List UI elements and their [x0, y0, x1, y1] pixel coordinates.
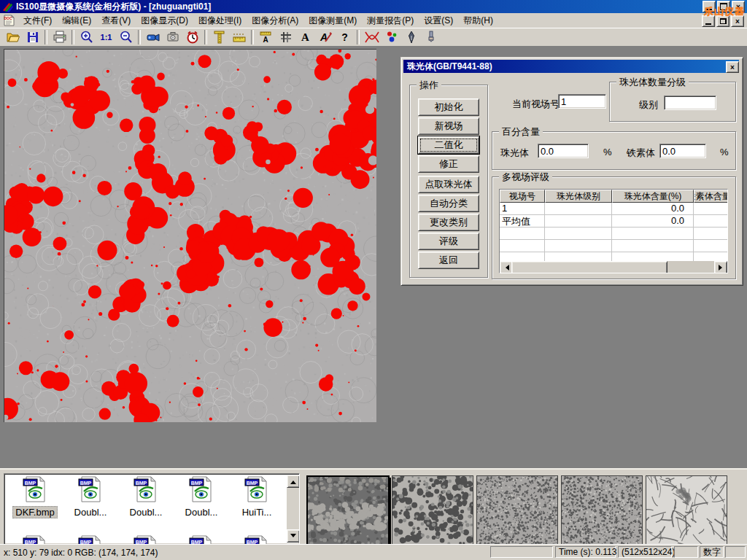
current-field-input[interactable] [558, 94, 606, 109]
vendor-watermark: 乐山仪器 [704, 5, 745, 18]
scroll-down-arrow-icon[interactable] [287, 529, 300, 542]
toolbar-separator [357, 30, 360, 44]
sample-thumbnail-3[interactable] [476, 475, 558, 545]
zoom-in-icon[interactable] [77, 29, 96, 46]
file-item[interactable]: BMP Doubl... [175, 476, 228, 518]
dialog-title-bar[interactable]: 珠光体(GB/T9441-88) [403, 60, 739, 73]
pearlite-label: 珠光体 [500, 147, 529, 160]
scrollbar-thumb[interactable] [511, 261, 667, 273]
pearlite-percent-sign: % [603, 147, 612, 158]
pearlite-input[interactable] [538, 144, 589, 158]
table-horizontal-scrollbar[interactable] [500, 261, 727, 273]
file-item[interactable]: BMP DKF.bmp [9, 476, 61, 518]
btn-return[interactable]: 返回 [418, 252, 479, 269]
menu-item-image-analysis[interactable]: 图像分析(A) [247, 13, 303, 28]
svg-text:BMP: BMP [191, 481, 203, 486]
scroll-up-arrow-icon[interactable] [287, 475, 300, 488]
menu-item-image-display[interactable]: 图像显示(D) [136, 13, 193, 28]
status-mode: 数字 [700, 546, 724, 558]
multifield-group-label: 多视场评级 [499, 171, 552, 184]
svg-text:BMP: BMP [247, 481, 258, 486]
menu-item-image-process[interactable]: 图像处理(I) [193, 13, 247, 28]
save-icon[interactable] [23, 29, 42, 46]
file-name[interactable]: Doubl... [72, 507, 109, 518]
bmp-file-icon: BMP [244, 476, 269, 502]
sample-thumbnail-5[interactable] [646, 475, 727, 545]
table-row[interactable]: 平均值 0.0 [500, 215, 727, 228]
metallographic-image[interactable] [4, 49, 376, 422]
phase-dots-icon[interactable] [382, 29, 401, 46]
percent-group: 百分含量 珠光体 % 铁素体 % [492, 131, 736, 170]
text-edit-icon[interactable]: A [315, 29, 335, 46]
camera-capture-icon[interactable] [163, 29, 182, 46]
pen-tool-icon[interactable] [401, 29, 421, 46]
sample-thumbnail-4[interactable] [561, 475, 643, 545]
file-name[interactable]: HuiTi... [240, 507, 274, 518]
menu-bar: DOC 文件(F) 编辑(E) 查看(V) 图像显示(D) 图像处理(I) 图像… [0, 13, 747, 28]
video-capture-icon[interactable] [143, 29, 163, 46]
measure-text-icon[interactable]: A [256, 29, 276, 46]
svg-text:BMP: BMP [25, 481, 36, 486]
btn-auto-classify[interactable]: 自动分类 [418, 195, 479, 212]
application-window: IS100显微摄像系统(金相分析版) - [zhuguangti01] × 乐山… [0, 0, 747, 560]
toolbar: 1:1 A A A ? [0, 28, 747, 47]
toolbar-separator [138, 30, 141, 44]
print-icon[interactable] [50, 29, 69, 46]
status-segment-empty [490, 546, 553, 558]
cursor-coordinates: x: 510 y: 79 idx: 0 RGB: (174, 174, 174) [4, 548, 158, 558]
file-item[interactable]: BMP Doubl... [120, 476, 172, 518]
btn-correct[interactable]: 修正 [418, 155, 479, 173]
sample-thumbnail-2[interactable] [392, 475, 473, 545]
btn-binarize[interactable]: 二值化 [418, 136, 479, 154]
menu-item-help[interactable]: 帮助(H) [458, 13, 498, 28]
caliper-vertical-icon[interactable] [209, 29, 229, 46]
table-row[interactable]: 1 0.0 [500, 203, 727, 215]
operations-group-label: 操作 [417, 79, 441, 92]
file-name[interactable]: Doubl... [183, 507, 220, 518]
btn-change-class[interactable]: 更改类别 [418, 214, 479, 231]
open-file-icon[interactable] [3, 29, 23, 46]
menu-item-file[interactable]: 文件(F) [18, 13, 57, 28]
bmp-file-icon: BMP [78, 476, 103, 502]
col-pearlite-pct: 珠光体含量(%) [612, 190, 694, 203]
svg-text:BMP: BMP [80, 481, 92, 486]
timer-icon[interactable] [182, 29, 202, 46]
file-name[interactable]: Doubl... [128, 507, 165, 518]
file-list-scrollbar[interactable] [287, 475, 298, 542]
grading-group-label: 珠光体数量分级 [616, 76, 689, 89]
menu-item-edit[interactable]: 编辑(E) [57, 13, 96, 28]
title-bar: IS100显微摄像系统(金相分析版) - [zhuguangti01] × [0, 0, 747, 13]
document-icon[interactable]: DOC [3, 15, 15, 26]
btn-grade[interactable]: 评级 [418, 233, 479, 250]
file-item[interactable]: BMP Doubl... [64, 476, 117, 518]
menu-item-measure-report[interactable]: 测量报告(P) [362, 13, 419, 28]
toolbar-separator [251, 30, 254, 44]
col-pearlite-level: 珠光体级别 [545, 190, 612, 203]
curve-tool-icon[interactable] [362, 29, 382, 46]
file-item[interactable]: BMP HuiTi... [231, 476, 283, 518]
zoom-out-icon[interactable] [116, 29, 136, 46]
actual-size-icon[interactable]: 1:1 [96, 29, 116, 46]
col-field-no: 视场号 [500, 190, 545, 203]
ruler-horizontal-icon[interactable] [229, 29, 249, 46]
menu-item-settings[interactable]: 设置(S) [419, 13, 458, 28]
status-segment-empty [725, 546, 746, 558]
text-annotation-icon[interactable]: A [295, 29, 315, 46]
bmp-file-icon: BMP [189, 476, 214, 502]
brush-tool-icon[interactable] [421, 29, 441, 46]
btn-initialize[interactable]: 初始化 [418, 98, 479, 116]
help-icon[interactable]: ? [335, 29, 355, 46]
svg-text:DOC: DOC [4, 16, 12, 20]
scroll-right-arrow-icon[interactable] [714, 261, 727, 273]
dialog-close-button[interactable]: × [726, 61, 739, 73]
btn-new-field[interactable]: 新视场 [418, 117, 479, 135]
menu-item-image-measure[interactable]: 图像测量(M) [303, 13, 362, 28]
level-input[interactable] [664, 96, 716, 110]
sample-thumbnail-1[interactable] [306, 475, 390, 546]
ferrite-input[interactable] [659, 144, 706, 158]
menu-item-view[interactable]: 查看(V) [96, 13, 136, 28]
grid-cross-icon[interactable] [276, 29, 295, 46]
btn-pick-pearlite[interactable]: 点取珠光体 [418, 176, 479, 193]
svg-text:A: A [263, 36, 268, 44]
file-name[interactable]: DKF.bmp [12, 506, 57, 518]
